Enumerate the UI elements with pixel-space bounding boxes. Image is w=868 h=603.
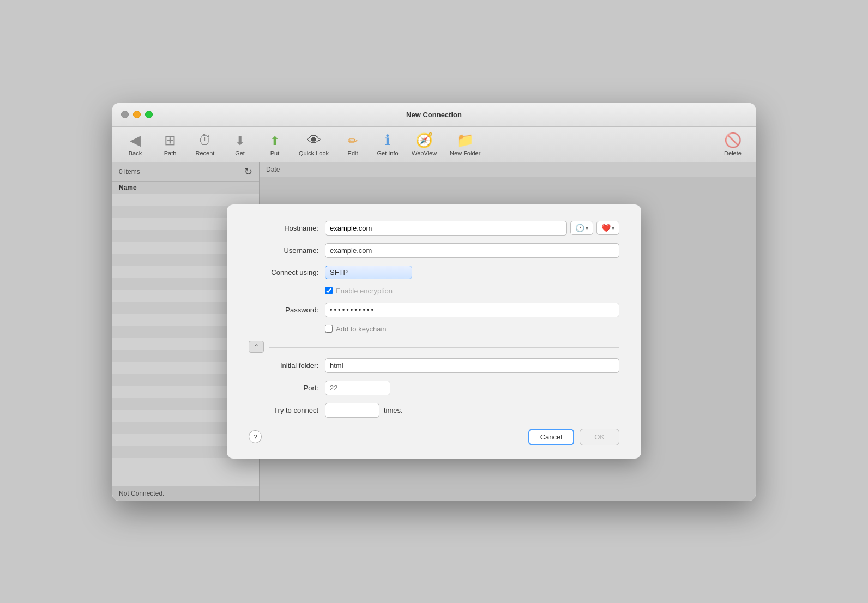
toolbar-path-button[interactable]: Path [154, 130, 186, 159]
try-connect-input[interactable] [325, 403, 379, 418]
toolbar-edit-button[interactable]: Edit [336, 130, 369, 159]
section-divider [269, 347, 619, 348]
newfolder-icon [456, 132, 474, 148]
hostname-row: Hostname: 🕐 ▾ ❤️ ▾ [249, 221, 619, 236]
toolbar-delete-label: Delete [724, 150, 742, 156]
chevron-down-icon: ▾ [586, 225, 588, 231]
toolbar-webview-label: WebView [412, 150, 437, 156]
collapse-button[interactable]: ⌃ [249, 341, 264, 353]
port-field-group [325, 381, 619, 395]
add-to-keychain-label: Add to keychain [336, 325, 387, 333]
back-icon [130, 132, 141, 148]
ok-button[interactable]: OK [580, 429, 619, 445]
toolbar-webview-button[interactable]: WebView [406, 130, 442, 159]
dialog-footer-buttons: Cancel OK [528, 429, 619, 445]
hostname-label: Hostname: [249, 224, 325, 232]
password-row: Password: [249, 303, 619, 317]
connect-using-field-group: SFTP FTP FTPS [325, 266, 619, 279]
initial-folder-input[interactable] [325, 358, 619, 373]
username-input[interactable] [325, 243, 619, 258]
hostname-history-button[interactable]: 🕐 ▾ [570, 221, 593, 235]
hostname-field-group: 🕐 ▾ ❤️ ▾ [325, 221, 619, 236]
times-label: times. [384, 406, 403, 414]
toolbar-put-label: Put [270, 150, 280, 156]
get-icon [235, 132, 245, 148]
cancel-button[interactable]: Cancel [528, 429, 574, 445]
edit-icon [348, 132, 358, 148]
help-button[interactable]: ? [249, 430, 262, 443]
add-to-keychain-checkbox[interactable] [325, 325, 333, 333]
initial-folder-field-group [325, 358, 619, 373]
toolbar-getinfo-button[interactable]: Get Info [371, 130, 404, 159]
help-label: ? [253, 433, 257, 441]
getinfo-icon [385, 132, 390, 148]
path-icon [164, 132, 176, 148]
toolbar-get-button[interactable]: Get [224, 130, 256, 159]
toolbar-quicklook-button[interactable]: Quick Look [293, 130, 334, 159]
window-title: New Connection [406, 111, 462, 119]
toolbar-back-label: Back [129, 150, 142, 156]
username-field-group [325, 243, 619, 258]
maximize-button[interactable] [145, 111, 153, 118]
password-field-group [325, 303, 619, 317]
try-connect-field-group: times. [325, 403, 619, 418]
connect-using-row: Connect using: SFTP FTP FTPS [249, 266, 619, 279]
toolbar-newfolder-label: New Folder [450, 150, 480, 156]
toolbar: Back Path Recent Get Put Quick Look Edit [112, 127, 756, 162]
toolbar-path-label: Path [164, 150, 177, 156]
webview-icon [415, 132, 433, 148]
toolbar-getinfo-label: Get Info [377, 150, 398, 156]
recent-icon [198, 132, 212, 148]
quicklook-icon [307, 132, 321, 148]
heart-icon: ❤️ [601, 224, 611, 232]
port-label: Port: [249, 384, 325, 392]
port-input[interactable] [325, 381, 390, 395]
dialog-footer: ? Cancel OK [249, 429, 619, 445]
toolbar-newfolder-button[interactable]: New Folder [444, 130, 486, 159]
toolbar-get-label: Get [235, 150, 245, 156]
connect-using-select[interactable]: SFTP FTP FTPS [325, 266, 412, 279]
enable-encryption-row: Enable encryption [325, 287, 619, 295]
toolbar-put-button[interactable]: Put [258, 130, 291, 159]
initial-folder-label: Initial folder: [249, 361, 325, 370]
add-to-keychain-row: Add to keychain [325, 325, 619, 333]
try-connect-row: Try to connect times. [249, 403, 619, 418]
chevron-down-icon: ▾ [612, 225, 614, 231]
close-button[interactable] [121, 111, 129, 118]
hostname-input[interactable] [325, 221, 567, 236]
toolbar-back-button[interactable]: Back [119, 130, 152, 159]
new-connection-dialog: Hostname: 🕐 ▾ ❤️ ▾ [227, 204, 641, 459]
username-label: Username: [249, 246, 325, 255]
enable-encryption-checkbox[interactable] [325, 287, 333, 294]
toolbar-recent-button[interactable]: Recent [189, 130, 221, 159]
toolbar-recent-label: Recent [196, 150, 215, 156]
connect-using-label: Connect using: [249, 268, 325, 276]
collapse-row: ⌃ [249, 341, 619, 353]
toolbar-delete-button[interactable]: Delete [716, 130, 749, 159]
try-connect-label: Try to connect [249, 406, 325, 414]
dialog-overlay: Hostname: 🕐 ▾ ❤️ ▾ [112, 162, 756, 501]
toolbar-quicklook-label: Quick Look [299, 150, 329, 156]
minimize-button[interactable] [133, 111, 141, 118]
toolbar-edit-label: Edit [348, 150, 358, 156]
content-area: 0 items ↻ Name [112, 162, 756, 501]
enable-encryption-label: Enable encryption [336, 287, 393, 295]
title-bar: New Connection [112, 103, 756, 127]
clock-icon: 🕐 [575, 224, 584, 232]
traffic-lights [121, 111, 153, 118]
password-input[interactable] [325, 303, 619, 317]
main-window: New Connection Back Path Recent Get Put … [112, 103, 756, 501]
put-icon [270, 132, 280, 148]
delete-icon [724, 132, 742, 148]
username-row: Username: [249, 243, 619, 258]
port-row: Port: [249, 381, 619, 395]
hostname-favorites-button[interactable]: ❤️ ▾ [596, 221, 619, 235]
password-label: Password: [249, 306, 325, 314]
initial-folder-row: Initial folder: [249, 358, 619, 373]
